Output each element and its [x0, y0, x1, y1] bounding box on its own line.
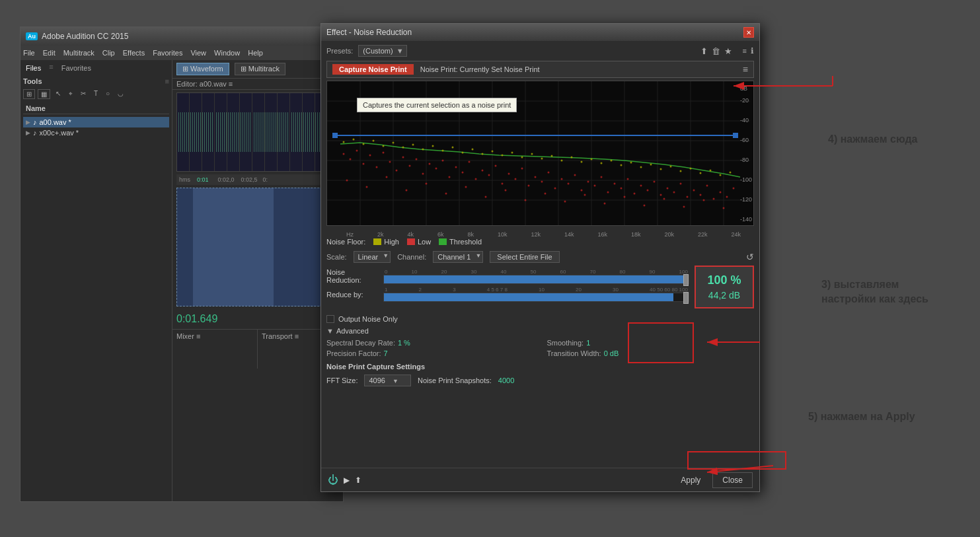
fft-size-select[interactable]: 4096 ▼	[364, 375, 410, 386]
svg-point-92	[564, 201, 566, 203]
tick-0: 0	[385, 269, 387, 275]
svg-point-89	[505, 190, 507, 192]
apply-button[interactable]: Apply	[674, 473, 707, 487]
waveform-toolbar: ⊞ Waveform ⊞ Multitrack	[172, 60, 343, 79]
close-button[interactable]: Close	[712, 472, 753, 488]
svg-point-82	[366, 186, 368, 188]
audition-titlebar: Au Adobe Audition CC 2015	[20, 27, 343, 46]
tab-favorites[interactable]: Favorites	[59, 63, 94, 73]
svg-point-103	[363, 143, 365, 145]
play-icon[interactable]: ▶	[344, 476, 350, 485]
reset-icon[interactable]: ↺	[746, 252, 754, 262]
multitrack-btn[interactable]: ⊞ Multitrack	[235, 63, 285, 75]
tool-waveform-icon[interactable]: ⊞	[23, 89, 35, 99]
tooltip-text: Captures the current selection as a nois…	[363, 101, 511, 109]
tool-razor-icon[interactable]: ✂	[78, 89, 89, 99]
tool-marquee-icon[interactable]: ⌖	[66, 89, 75, 99]
favorite-preset-icon[interactable]: ★	[724, 46, 732, 56]
channel-chevron-icon: ▼	[475, 252, 481, 259]
legend-threshold: Threshold	[439, 238, 482, 246]
presets-bar: Presets: (Custom) ▼ ⬆ 🗑 ★ ≡ ℹ	[326, 45, 754, 57]
menu-edit[interactable]: Edit	[43, 49, 56, 57]
svg-point-60	[601, 176, 603, 178]
waveform-btn[interactable]: ⊞ Waveform	[176, 63, 229, 75]
fft-label: FFT Size:	[326, 376, 358, 384]
svg-point-83	[386, 176, 388, 178]
svg-point-55	[568, 183, 570, 185]
menu-clip[interactable]: Clip	[102, 49, 115, 57]
rb-tick-1: 1	[385, 287, 387, 293]
output-noise-checkbox[interactable]	[326, 315, 334, 323]
high-color-swatch	[373, 238, 381, 245]
scale-label: Scale:	[326, 253, 347, 261]
tool-cursor-icon[interactable]: ↖	[53, 89, 63, 99]
svg-point-57	[581, 190, 583, 192]
info-icon[interactable]: ℹ	[751, 46, 754, 55]
svg-point-85	[426, 183, 428, 185]
rb-slider-thumb[interactable]	[683, 292, 689, 304]
tool-smooth-icon[interactable]: ◡	[115, 89, 126, 99]
menu-effects[interactable]: Effects	[123, 49, 145, 57]
noise-print-status: Noise Print: Currently Set Noise Print	[420, 65, 540, 73]
selection-highlight	[193, 188, 274, 306]
svg-point-88	[485, 196, 487, 198]
audition-menubar[interactable]: File Edit Multitrack Clip Effects Favori…	[20, 46, 343, 60]
delete-preset-icon[interactable]: 🗑	[712, 46, 720, 56]
tooltip-box: Captures the current selection as a nois…	[357, 98, 517, 112]
scale-select[interactable]: Linear ▼	[354, 251, 391, 263]
menu-file[interactable]: File	[23, 49, 35, 57]
svg-point-80	[733, 188, 735, 190]
menu-view[interactable]: View	[190, 49, 206, 57]
channel-select[interactable]: Channel 1 ▼	[433, 251, 483, 263]
tool-time-icon[interactable]: T	[91, 89, 100, 99]
output-noise-row: Output Noise Only	[326, 315, 754, 323]
capture-noise-print-button[interactable]: Capture Noise Print	[332, 64, 414, 75]
hz-22k: 22k	[698, 231, 708, 238]
dialog-footer: ⏻ ▶ ⬆ Apply Close	[321, 468, 759, 491]
svg-point-67	[647, 190, 649, 192]
precision-value: 7	[384, 349, 388, 357]
file-item-a00[interactable]: ▶ ♪ a00.wav *	[23, 117, 169, 127]
menu-multitrack[interactable]: Multitrack	[63, 49, 94, 57]
dialog-close-button[interactable]: ✕	[743, 27, 754, 38]
noise-print-menu-icon[interactable]: ≡	[743, 64, 748, 75]
reduce-by-slider[interactable]	[383, 293, 689, 302]
tools-header: Tools ≡	[23, 77, 169, 85]
svg-point-34	[429, 163, 431, 165]
file-tree: ▶ ♪ a00.wav * ▶ ♪ x00c+.wav *	[23, 117, 169, 138]
svg-point-25	[369, 155, 371, 157]
noise-reduction-slider[interactable]	[383, 275, 689, 284]
tab-files[interactable]: Files	[23, 63, 44, 73]
expand-arrow: ▶	[26, 119, 30, 125]
svg-point-139	[720, 174, 722, 176]
nr-slider-thumb[interactable]	[683, 274, 689, 286]
power-icon[interactable]: ⏻	[328, 474, 338, 486]
advanced-header[interactable]: ▼ Advanced	[326, 327, 754, 335]
hz-24k: 24k	[731, 231, 741, 238]
svg-point-102	[353, 139, 355, 141]
waveform-area[interactable]	[176, 92, 339, 172]
audition-logo: Au	[26, 32, 38, 40]
tool-draw-icon[interactable]: ○	[103, 89, 112, 99]
presets-dropdown[interactable]: (Custom) ▼	[358, 45, 406, 57]
svg-point-21	[343, 153, 345, 155]
settings-icon[interactable]: ≡	[743, 47, 747, 55]
svg-point-108	[412, 144, 414, 146]
rb-tick-100: 40 50 60 80 100	[650, 287, 688, 293]
name-column-header: Name	[23, 103, 169, 114]
menu-favorites[interactable]: Favorites	[153, 49, 182, 57]
export-icon[interactable]: ⬆	[355, 476, 361, 485]
tool-grid-icon[interactable]: ▦	[38, 89, 50, 99]
svg-point-93	[584, 194, 586, 196]
svg-point-72	[680, 183, 682, 185]
tick-10: 10	[412, 269, 418, 275]
menu-help[interactable]: Help	[248, 49, 263, 57]
nr-percent-value: 100 %	[705, 273, 743, 287]
select-entire-file-button[interactable]: Select Entire File	[490, 251, 559, 263]
svg-point-62	[614, 183, 616, 185]
menu-window[interactable]: Window	[214, 49, 240, 57]
svg-point-86	[445, 193, 447, 195]
svg-point-112	[452, 147, 454, 149]
save-preset-icon[interactable]: ⬆	[700, 46, 708, 56]
file-item-x00c[interactable]: ▶ ♪ x00c+.wav *	[23, 127, 169, 138]
